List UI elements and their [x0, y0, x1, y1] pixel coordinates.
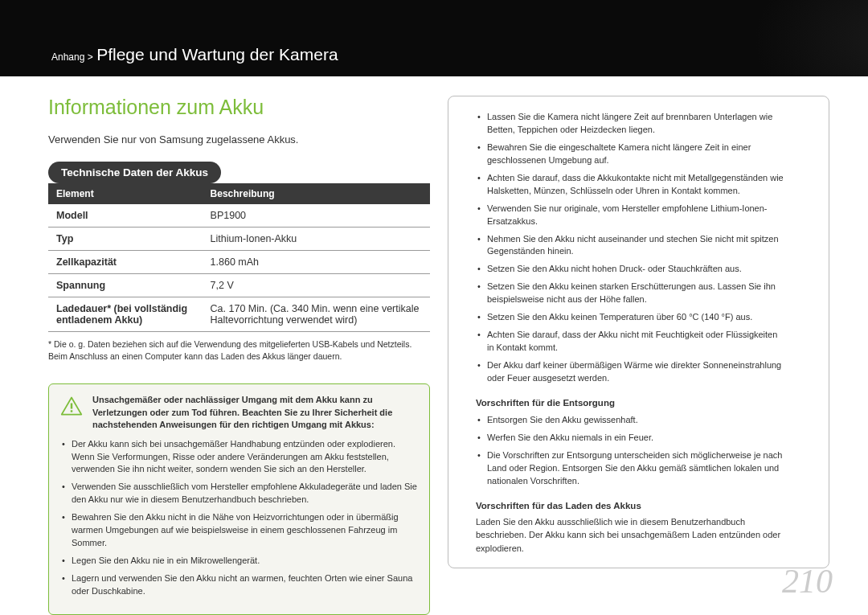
- list-item: Lassen Sie die Kamera nicht längere Zeit…: [476, 111, 784, 137]
- list-item: Die Vorschriften zur Entsorgung untersch…: [476, 449, 784, 488]
- cell-description: 7,2 V: [203, 274, 430, 297]
- svg-rect-1: [71, 411, 72, 412]
- cell-description: Ca. 170 Min. (Ca. 340 Min. wenn eine ver…: [203, 297, 430, 332]
- charging-heading: Vorschriften für das Laden des Akkus: [476, 501, 784, 510]
- warning-list: Der Akku kann sich bei unsachgemäßer Han…: [60, 438, 418, 598]
- banner-decoration: [723, 0, 868, 76]
- page-title: Informationen zum Akku: [48, 96, 430, 119]
- table-row: Spannung7,2 V: [48, 274, 430, 297]
- list-item: Bewahren Sie den Akku nicht in die Nähe …: [60, 511, 418, 550]
- list-item: Der Akku kann sich bei unsachgemäßer Han…: [60, 438, 418, 477]
- disposal-list: Entsorgen Sie den Akku gewissenhaft.Werf…: [476, 414, 784, 488]
- list-item: Setzen Sie den Akku nicht hohen Druck- o…: [476, 263, 784, 276]
- list-item: Werfen Sie den Akku niemals in ein Feuer…: [476, 432, 784, 445]
- breadcrumb: Anhang > Pflege und Wartung der Kamera: [51, 45, 338, 64]
- th-element: Element: [48, 183, 203, 204]
- cell-description: 1.860 mAh: [203, 251, 430, 274]
- th-description: Beschreibung: [203, 183, 430, 204]
- cell-element: Typ: [48, 228, 203, 251]
- list-item: Setzen Sie den Akku keinen Temperaturen …: [476, 311, 784, 324]
- cell-element: Spannung: [48, 274, 203, 297]
- right-column: Lassen Sie die Kamera nicht längere Zeit…: [448, 96, 829, 615]
- cell-description: Lithium-Ionen-Akku: [203, 228, 430, 251]
- list-item: Achten Sie darauf, dass die Akkukontakte…: [476, 172, 784, 198]
- warning-icon: [60, 396, 83, 416]
- warning-box: Unsachgemäßer oder nachlässiger Umgang m…: [48, 383, 430, 614]
- charging-text: Laden Sie den Akku ausschließlich wie in…: [476, 515, 784, 556]
- intro-text: Verwenden Sie nur von Samsung zugelassen…: [48, 133, 430, 146]
- page-number: 210: [782, 562, 833, 601]
- table-footnote: * Die o. g. Daten beziehen sich auf die …: [48, 338, 430, 363]
- list-item: Verwenden Sie nur originale, vom Herstel…: [476, 203, 784, 228]
- disposal-heading: Vorschriften für die Entsorgung: [476, 398, 784, 408]
- header-banner: Anhang > Pflege und Wartung der Kamera: [0, 0, 868, 76]
- list-item: Lagern und verwenden Sie den Akku nicht …: [60, 572, 418, 598]
- table-row: ModellBP1900: [48, 204, 430, 228]
- breadcrumb-prefix: Anhang >: [51, 51, 93, 63]
- list-item: Nehmen Sie den Akku nicht auseinander un…: [476, 233, 784, 259]
- cell-element: Modell: [48, 204, 203, 228]
- list-item: Entsorgen Sie den Akku gewissenhaft.: [476, 414, 784, 427]
- precaution-list: Lassen Sie die Kamera nicht längere Zeit…: [476, 111, 784, 385]
- cell-description: BP1900: [203, 204, 430, 228]
- list-item: Setzen Sie den Akku keinen starken Ersch…: [476, 281, 784, 306]
- cell-element: Zellkapazität: [48, 251, 203, 274]
- cell-element: Ladedauer* (bei vollständig entladenem A…: [48, 297, 203, 332]
- spec-table: Element Beschreibung ModellBP1900TypLith…: [48, 183, 430, 332]
- list-item: Verwenden Sie ausschließlich vom Herstel…: [60, 481, 418, 506]
- warning-lead: Unsachgemäßer oder nachlässiger Umgang m…: [92, 394, 418, 431]
- list-item: Bewahren Sie die eingeschaltete Kamera n…: [476, 141, 784, 167]
- list-item: Achten Sie darauf, dass der Akku nicht m…: [476, 329, 784, 355]
- left-column: Informationen zum Akku Verwenden Sie nur…: [48, 96, 430, 615]
- right-box: Lassen Sie die Kamera nicht längere Zeit…: [448, 96, 829, 568]
- section-pill: Technische Daten der Akkus: [48, 162, 221, 183]
- table-row: Ladedauer* (bei vollständig entladenem A…: [48, 297, 430, 332]
- table-row: Zellkapazität1.860 mAh: [48, 251, 430, 274]
- list-item: Legen Sie den Akku nie in ein Mikrowelle…: [60, 555, 418, 568]
- list-item: Der Akku darf keiner übermäßigen Wärme w…: [476, 359, 784, 385]
- breadcrumb-title: Pflege und Wartung der Kamera: [96, 45, 338, 64]
- table-row: TypLithium-Ionen-Akku: [48, 228, 430, 251]
- svg-rect-0: [71, 404, 72, 409]
